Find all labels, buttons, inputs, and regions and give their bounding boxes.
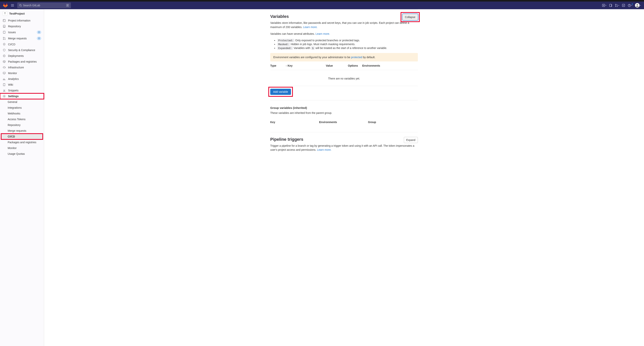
sidebar-sub-usage-quotas[interactable]: Usage Quotas bbox=[0, 151, 44, 157]
svg-point-17 bbox=[3, 37, 4, 38]
svg-rect-3 bbox=[610, 4, 612, 7]
masked-tag: Masked: bbox=[277, 43, 290, 46]
sidebar-sub-integrations[interactable]: Integrations bbox=[0, 105, 44, 111]
svg-point-5 bbox=[615, 6, 616, 7]
expand-button[interactable]: Expand bbox=[404, 137, 418, 143]
collapse-button[interactable]: Collapse bbox=[402, 14, 418, 20]
avatar-icon bbox=[635, 3, 640, 8]
search-input[interactable] bbox=[23, 4, 66, 7]
gitlab-logo-icon[interactable] bbox=[3, 3, 8, 8]
variables-table: Type ↑Key Value Options Environments The… bbox=[270, 61, 418, 100]
sidebar-item-label: Issues bbox=[8, 31, 16, 34]
sidebar-item-monitor[interactable]: Monitor bbox=[0, 70, 44, 76]
deploy-icon bbox=[3, 54, 6, 57]
gcol-env[interactable]: Environments bbox=[319, 121, 368, 124]
sidebar-item-merge-requests[interactable]: Merge requests 0 bbox=[0, 35, 44, 42]
sidebar-item-label: Snippets bbox=[8, 89, 18, 92]
sidebar-item-project-info[interactable]: Project information bbox=[0, 18, 44, 24]
gear-icon bbox=[3, 95, 6, 98]
shield-icon bbox=[3, 49, 6, 52]
svg-rect-14 bbox=[3, 25, 5, 28]
search-keyboard-hint: / bbox=[66, 4, 69, 7]
sidebar-item-issues[interactable]: Issues 0 bbox=[0, 29, 44, 35]
add-variable-button[interactable]: Add variable bbox=[270, 89, 291, 95]
sidebar-sub-repository[interactable]: Repository bbox=[0, 122, 44, 128]
sidebar-item-packages[interactable]: Packages and registries bbox=[0, 59, 44, 65]
scissors-icon bbox=[3, 89, 6, 92]
svg-point-9 bbox=[629, 6, 630, 6]
sidebar-item-label: CI/CD bbox=[8, 43, 15, 46]
todos-icon[interactable] bbox=[622, 4, 625, 7]
issues-sidebar-icon bbox=[3, 31, 6, 34]
learn-more-attrs-link[interactable]: Learn more. bbox=[316, 32, 330, 35]
triggers-learn-more-link[interactable]: Learn more. bbox=[317, 148, 332, 151]
sidebar-sub-monitor[interactable]: Monitor bbox=[0, 145, 44, 151]
learn-more-link[interactable]: Learn more. bbox=[303, 26, 318, 29]
sidebar-sub-merge-requests[interactable]: Merge requests bbox=[0, 128, 44, 134]
sidebar-item-analytics[interactable]: Analytics bbox=[0, 76, 44, 82]
project-header[interactable]: T TestProject bbox=[0, 9, 44, 18]
help-icon[interactable]: ▾ bbox=[628, 4, 632, 7]
sidebar-item-cicd[interactable]: CI/CD bbox=[0, 42, 44, 47]
sidebar-item-wiki[interactable]: Wiki bbox=[0, 82, 44, 88]
pipeline-triggers-section: Pipeline triggers Expand Trigger a pipel… bbox=[270, 132, 418, 152]
sidebar-item-label: Settings bbox=[8, 95, 18, 98]
sidebar-item-label: Deployments bbox=[8, 54, 24, 57]
sidebar-item-label: Repository bbox=[8, 25, 21, 28]
sidebar-item-infrastructure[interactable]: Infrastructure bbox=[0, 65, 44, 70]
col-key[interactable]: ↑Key bbox=[286, 64, 326, 67]
group-variables-table-head: Key Environments Group bbox=[270, 118, 418, 126]
sidebar-item-label: Project information bbox=[8, 19, 30, 22]
gcol-key[interactable]: Key bbox=[270, 121, 319, 124]
sidebar-item-repository[interactable]: Repository bbox=[0, 24, 44, 29]
col-value[interactable]: Value bbox=[326, 64, 348, 67]
mr-sidebar-icon bbox=[3, 37, 6, 40]
sidebar-item-label: Merge requests bbox=[8, 37, 27, 40]
sidebar-item-snippets[interactable]: Snippets bbox=[0, 88, 44, 93]
svg-point-18 bbox=[3, 39, 4, 40]
variables-attributes-intro: Variables can have several attributes. L… bbox=[270, 32, 416, 36]
package-icon bbox=[3, 60, 6, 63]
protected-link[interactable]: protected bbox=[351, 56, 362, 59]
sidebar-item-label: Analytics bbox=[8, 77, 19, 80]
svg-rect-12 bbox=[3, 19, 5, 22]
rocket-icon bbox=[3, 43, 6, 46]
gcol-group[interactable]: Group bbox=[368, 121, 418, 124]
project-avatar: T bbox=[3, 11, 7, 16]
user-menu[interactable]: ▾ bbox=[635, 3, 641, 8]
sidebar-item-settings[interactable]: Settings bbox=[0, 93, 44, 99]
svg-line-1 bbox=[21, 6, 22, 7]
group-variables-desc: These variables are inherited from the p… bbox=[270, 111, 416, 115]
cloud-icon bbox=[3, 66, 6, 69]
col-options[interactable]: Options bbox=[348, 64, 362, 67]
hamburger-icon[interactable] bbox=[10, 3, 15, 8]
sidebar-item-security[interactable]: Security & Compliance bbox=[0, 47, 44, 53]
sidebar-item-label: Security & Compliance bbox=[8, 49, 35, 52]
col-environments[interactable]: Environments bbox=[362, 64, 418, 67]
analytics-icon bbox=[3, 77, 6, 80]
search-box[interactable]: / bbox=[17, 3, 71, 8]
info-icon bbox=[3, 19, 6, 22]
variable-attributes-list: Protected: Only exposed to protected bra… bbox=[277, 39, 418, 50]
issues-icon[interactable] bbox=[609, 4, 612, 7]
protected-default-alert: Environment variables are configured by … bbox=[270, 53, 418, 61]
sidebar-sub-cicd[interactable]: CI/CD bbox=[1, 134, 43, 139]
merge-requests-icon[interactable]: ▾ bbox=[615, 4, 619, 7]
sidebar-item-deployments[interactable]: Deployments bbox=[0, 53, 44, 59]
sidebar-item-label: Monitor bbox=[8, 72, 17, 75]
svg-rect-21 bbox=[3, 72, 5, 74]
expanded-tag: Expanded: bbox=[277, 47, 293, 50]
create-menu-icon[interactable]: ▾ bbox=[602, 4, 606, 7]
sidebar-sub-packages[interactable]: Packages and registries bbox=[0, 139, 44, 145]
sidebar-sub-access-tokens[interactable]: Access Tokens bbox=[0, 116, 44, 122]
sidebar-sub-webhooks[interactable]: Webhooks bbox=[0, 111, 44, 116]
project-name: TestProject bbox=[9, 12, 25, 15]
col-type[interactable]: Type bbox=[270, 64, 286, 67]
sidebar-sub-general[interactable]: General bbox=[0, 99, 44, 105]
sidebar-item-label: Infrastructure bbox=[8, 66, 24, 69]
sort-ascending-icon: ↑ bbox=[286, 64, 287, 67]
protected-tag: Protected: bbox=[277, 39, 294, 42]
repo-icon bbox=[3, 25, 6, 28]
svg-point-6 bbox=[617, 6, 618, 7]
svg-rect-16 bbox=[3, 31, 5, 33]
